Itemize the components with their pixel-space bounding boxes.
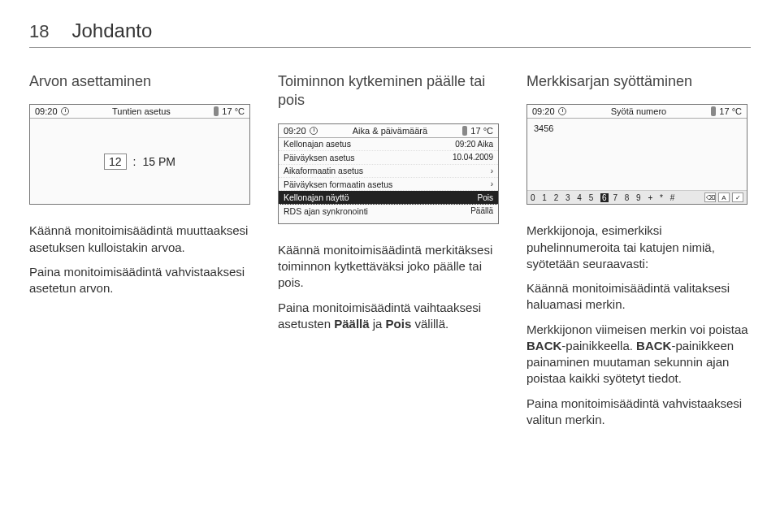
column-1: Arvon asettaminen 09:20 Tuntien asetus 1… [29, 72, 254, 436]
col1-para1: Käännä monitoimisäädintä muuttaaksesi as… [29, 223, 254, 256]
text-fragment: välillä. [411, 317, 448, 331]
screen-title: Syötä numero [611, 106, 666, 116]
col2-para2: Paina monitoimisäädintä vaihtaaksesi ase… [278, 300, 502, 333]
digits-left[interactable]: 0 1 2 3 4 5 [531, 193, 596, 202]
clock-icon [61, 107, 69, 115]
text-fragment: ja [370, 317, 386, 331]
bold-back2: BACK [636, 339, 671, 353]
columns: Arvon asettaminen 09:20 Tuntien asetus 1… [29, 72, 751, 436]
screen-header: 09:20 Syötä numero 17 °C [527, 105, 747, 119]
time-setting-row: 12 : 15 PM [30, 119, 249, 204]
page-number: 18 [29, 21, 49, 42]
screen-title: Tuntien asetus [112, 106, 171, 116]
time-colon: : [133, 155, 136, 168]
menu-row[interactable]: RDS ajan synkronointiPäällä [279, 205, 498, 218]
thermometer-icon [214, 106, 219, 116]
col1-heading: Arvon asettaminen [29, 72, 254, 91]
abc-icon[interactable]: A [718, 192, 730, 202]
menu-row-label: RDS ajan synkronointi [284, 206, 368, 216]
minutes-pm: 15 PM [143, 155, 176, 168]
col1-para2: Paina monitoimisäädintä vahvistaaksesi a… [29, 264, 254, 297]
menu-row-value: Pois [478, 193, 493, 202]
col2-heading: Toiminnon kytkeminen päälle tai pois [278, 72, 502, 110]
thermometer-icon [711, 106, 716, 116]
menu-row-label: Aikaformaatin asetus [284, 166, 363, 175]
clock-time: 09:20 [35, 106, 58, 116]
screen-title: Aika & päivämäärä [353, 126, 427, 136]
menu-row[interactable]: Aikaformaatin asetus› [279, 165, 498, 178]
clock-time: 09:20 [532, 106, 555, 116]
col3-para1: Merkkijonoja, esimerkiksi puhelinnumeroi… [526, 223, 751, 272]
text-fragment: Merkkijonon viimeisen merkin voi poistaa [526, 322, 748, 336]
menu-row[interactable]: Kellonajan näyttöPois [279, 191, 498, 204]
col3-para4: Paina monitoimisäädintä vahvistaaksesi v… [526, 396, 751, 429]
temperature: 17 °C [222, 106, 245, 116]
bold-on: Päällä [334, 317, 369, 331]
hours-field[interactable]: 12 [104, 154, 127, 170]
menu-row-value: › [491, 179, 493, 188]
col3-para2: Käännä monitoimisäädintä valitaksesi hal… [526, 280, 751, 314]
menu-row-label: Kellonajan asetus [284, 139, 351, 149]
section-title: Johdanto [72, 19, 152, 42]
text-fragment: -painikkeella. [561, 339, 636, 353]
digit-row[interactable]: 0 1 2 3 4 5 6 7 8 9 + * # [531, 193, 677, 202]
menu-row-label: Päiväyksen asetus [284, 153, 355, 162]
menu-row[interactable]: Päiväyksen asetus10.04.2009 [279, 151, 498, 164]
temperature: 17 °C [719, 106, 742, 116]
bold-back: BACK [526, 339, 561, 353]
entered-number: 3456 [527, 119, 747, 133]
menu-row-label: Kellonajan näyttö [284, 192, 349, 202]
screen-header: 09:20 Tuntien asetus 17 °C [30, 105, 249, 119]
menu-row-value: 10.04.2009 [453, 153, 493, 162]
menu-row[interactable]: Päiväyksen formaatin asetus› [279, 178, 498, 191]
menu-row[interactable]: Kellonajan asetus09:20 Aika [279, 138, 498, 151]
temperature: 17 °C [470, 126, 493, 136]
col3-para3: Merkkijonon viimeisen merkin voi poistaa… [526, 322, 751, 387]
bold-off: Pois [386, 317, 412, 331]
col2-para1: Käännä monitoimisäädintä merkitäksesi to… [278, 242, 502, 292]
thermometer-icon [462, 126, 467, 136]
menu-list: Kellonajan asetus09:20 AikaPäiväyksen as… [279, 138, 498, 223]
digit-highlight[interactable]: 6 [600, 193, 609, 202]
screen-time-set: 09:20 Tuntien asetus 17 °C 12 : 15 PM [29, 104, 250, 205]
menu-row-value: Päällä [470, 206, 493, 215]
header-rule [29, 47, 751, 48]
clock-time: 09:20 [284, 126, 306, 136]
menu-row-value: 09:20 Aika [455, 140, 493, 149]
column-2: Toiminnon kytkeminen päälle tai pois 09:… [278, 72, 502, 436]
ok-icon[interactable]: ✓ [732, 192, 743, 202]
menu-row-label: Päiväyksen formaatin asetus [284, 179, 392, 189]
screen-number-entry: 09:20 Syötä numero 17 °C 3456 0 1 2 3 4 … [526, 104, 748, 205]
screen-menu: 09:20 Aika & päivämäärä 17 °C Kellonajan… [278, 123, 499, 224]
clock-icon [310, 127, 318, 135]
column-3: Merkkisarjan syöttäminen 09:20 Syötä num… [526, 72, 751, 436]
digit-strip[interactable]: 0 1 2 3 4 5 6 7 8 9 + * # ⌫ A ✓ [527, 190, 747, 204]
backspace-icon[interactable]: ⌫ [704, 192, 716, 202]
screen-header: 09:20 Aika & päivämäärä 17 °C [279, 124, 498, 138]
clock-icon [558, 107, 566, 115]
digits-right[interactable]: 7 8 9 + * # [613, 193, 677, 202]
menu-row-value: › [491, 167, 493, 175]
col3-heading: Merkkisarjan syöttäminen [526, 72, 751, 91]
